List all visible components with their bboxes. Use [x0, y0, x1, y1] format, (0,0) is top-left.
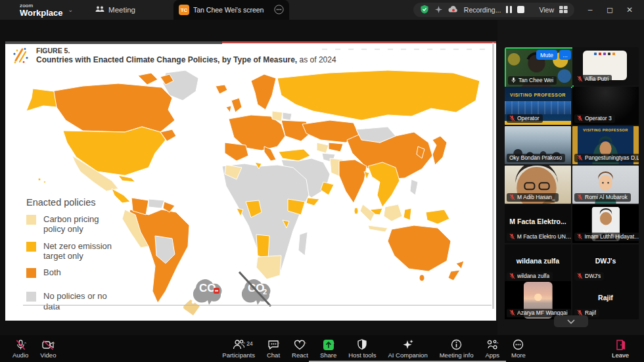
chevron-up-icon[interactable]: ⌃	[23, 342, 28, 348]
security-shield-icon[interactable]	[420, 5, 429, 15]
view-grid-icon[interactable]	[559, 6, 568, 14]
tab-meeting[interactable]: Meeting	[95, 5, 135, 14]
react-button[interactable]: ⌃React	[286, 335, 314, 362]
chevron-up-icon[interactable]: ⌃	[242, 342, 246, 348]
muted-mic-icon	[509, 273, 515, 279]
leave-button[interactable]: Leave	[606, 335, 635, 362]
mute-button[interactable]: Mute	[536, 50, 557, 60]
scroll-more-participants-button[interactable]	[554, 315, 588, 327]
ai-sparkle-icon[interactable]	[434, 5, 443, 15]
participant-name-label: Alfia Putri	[574, 75, 612, 83]
audio-button[interactable]: ⌃Audio	[7, 335, 34, 362]
solar-panel-graphic	[505, 101, 571, 114]
tab-options-icon[interactable]	[274, 5, 284, 16]
figure-header: FIGURE 5. Countries with Enacted Climate…	[12, 47, 336, 67]
participant-tile[interactable]: M Adib Hasan_	[505, 166, 571, 204]
toolbar-item-label: More	[511, 351, 526, 359]
recording-stop-icon[interactable]	[517, 6, 524, 14]
participant-tile[interactable]: Romi Al Mubarok	[572, 166, 639, 204]
heart-icon: ⌃	[294, 339, 306, 351]
participant-name-label: Pangestuningtyas D.L	[574, 154, 639, 162]
window-minimize-button[interactable]: –	[581, 0, 599, 20]
participant-name-label: DWJ's	[574, 272, 604, 281]
participant-more-button[interactable]: ...	[559, 50, 571, 60]
workspace-chevron-down-icon[interactable]: ⌄	[68, 7, 74, 13]
figure-logo-icon	[12, 47, 30, 67]
muted-mic-icon	[577, 194, 583, 200]
participant-tile[interactable]: Imam Luthfi Hidayatull...	[572, 205, 639, 243]
participant-tile[interactable]: VISITING PROFESSORPangestuningtyas D.L	[572, 126, 639, 164]
muted-mic-icon	[577, 76, 583, 82]
figure-baseline	[23, 305, 492, 305]
co2-price-and-nozero-icons: CO CO 2	[181, 268, 287, 319]
participant-name-label: Tan Chee Wei	[508, 76, 557, 85]
apps-button[interactable]: ⌃Apps	[479, 335, 505, 362]
participant-tile[interactable]: wildana zulfawildana zulfa	[505, 244, 571, 283]
leave-icon	[615, 339, 626, 351]
svg-text:2: 2	[263, 288, 267, 296]
share-icon: ⌃	[323, 339, 334, 351]
muted-mic-icon	[509, 233, 515, 240]
chat-button[interactable]: ⌃Chat	[261, 335, 286, 362]
toolbar-item-label: Share	[320, 351, 336, 359]
toolbar-item-label: Apps	[485, 351, 499, 359]
participant-name-label: Romi Al Mubarok	[574, 193, 631, 202]
muted-mic-icon	[509, 194, 515, 200]
ai-companion-button[interactable]: AI Companion	[382, 335, 433, 362]
chevron-up-icon[interactable]: ⌃	[276, 342, 281, 348]
mic-off-icon: ⌃	[15, 339, 26, 351]
recording-pause-icon[interactable]	[506, 6, 512, 14]
sparkle-icon	[402, 339, 414, 351]
legend-item-none: No policies or no data	[26, 291, 125, 311]
participant-tile[interactable]: Azarya MF Wanggai	[505, 281, 571, 319]
co2-crossed-icon: CO 2	[239, 272, 271, 306]
muted-mic-icon	[509, 115, 515, 122]
logo-workplace-text: Workplace	[20, 9, 63, 17]
shared-slide: FIGURE 5. Countries with Enacted Climate…	[5, 41, 496, 321]
info-icon	[451, 339, 462, 351]
participant-tile[interactable]: Mute...Tan Chee Wei	[505, 47, 574, 88]
presentation-progress-gray	[5, 41, 222, 44]
participant-tile[interactable]: M Facta Elektro...M Facta Elektro UNDIP	[505, 205, 571, 243]
participant-name-label: Imam Luthfi Hidayatull...	[574, 233, 639, 241]
meeting-status-pill: Recording... View	[413, 3, 574, 17]
tab-shared-screen[interactable]: TC Tan Chee Wei's screen	[173, 0, 289, 20]
view-label[interactable]: View	[539, 6, 554, 14]
participants-panel: Mute...Tan Chee WeiAlfia PutriVISITING P…	[497, 20, 644, 335]
chevron-up-icon[interactable]: ⌃	[51, 342, 56, 348]
participant-tile[interactable]: Oky Bondan Prakoso	[505, 126, 571, 164]
toolbar-item-label: React	[292, 351, 308, 359]
host-tools-button[interactable]: Host tools	[342, 335, 382, 362]
more-icon	[513, 339, 524, 351]
recording-cloud-icon	[448, 5, 459, 14]
co2-priced-icon: CO	[183, 279, 221, 315]
video-button[interactable]: ⌃Video	[34, 335, 62, 362]
participant-tile[interactable]: Operator 3	[572, 87, 639, 125]
more-button[interactable]: More	[505, 335, 532, 362]
participant-tile[interactable]: DWJ'sDWJ's	[572, 244, 639, 283]
meeting-info-button[interactable]: Meeting info	[434, 335, 480, 362]
participant-name-label: M Facta Elektro UNDIP	[507, 233, 571, 241]
participants-button[interactable]: 24⌃Participants	[216, 335, 261, 362]
window-close-button[interactable]: ✕	[620, 0, 639, 20]
svg-text:CO: CO	[199, 282, 216, 294]
legend-label: No policies or no data	[43, 291, 117, 311]
toolbar-item-label: Host tools	[348, 351, 376, 359]
chevron-up-icon[interactable]: ⌃	[331, 342, 336, 348]
zoom-workplace-window: zoom Workplace ⌄ Meeting TC Tan Chee Wei…	[0, 0, 644, 362]
chevron-up-icon[interactable]: ⌃	[495, 342, 500, 348]
participant-tile[interactable]: Alfia Putri	[572, 47, 639, 85]
window-maximize-button[interactable]: ◻	[601, 0, 619, 20]
participant-name-label: M Adib Hasan_	[507, 193, 559, 202]
participant-tile[interactable]: RajifRajif	[572, 281, 639, 319]
titlebar: zoom Workplace ⌄ Meeting TC Tan Chee Wei…	[0, 0, 644, 20]
participants-count: 24	[246, 340, 252, 347]
participant-tile[interactable]: VISITING PROFESSOROperator	[505, 87, 571, 125]
chevron-up-icon[interactable]: ⌃	[303, 342, 308, 348]
share-button[interactable]: ⌃Share	[314, 335, 342, 362]
figure-number: FIGURE 5.	[36, 47, 336, 55]
slide-scrollbar[interactable]	[492, 43, 494, 309]
legend-title: Enacted policies	[26, 197, 125, 208]
meeting-tab-label: Meeting	[108, 6, 135, 14]
meeting-toolbar: ⌃Audio⌃Video 24⌃Participants⌃Chat⌃React⌃…	[0, 335, 644, 362]
